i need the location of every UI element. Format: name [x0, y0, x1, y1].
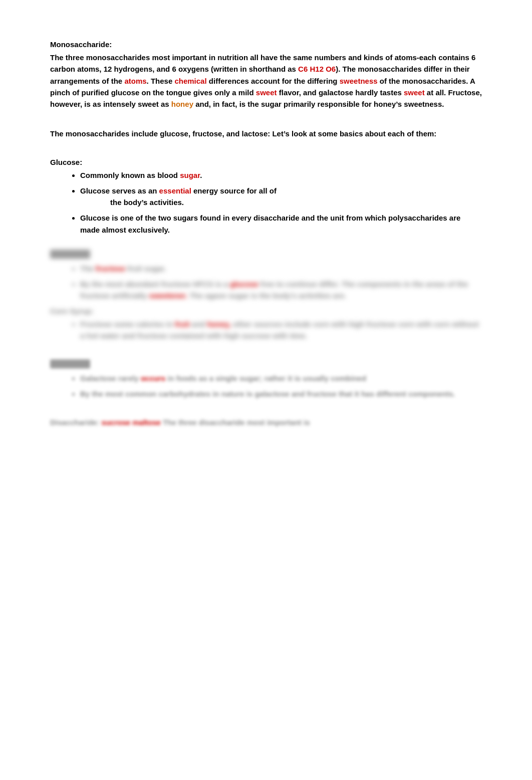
galactose-bullet-1-blurred: Galactose rarely occurs in foods as a si…: [80, 372, 482, 384]
page-content: Monosaccharide: The three monosaccharide…: [50, 40, 482, 427]
intro-list-paragraph: The monosaccharides include glucose, fru…: [50, 128, 482, 139]
galactose-bullet-2-blurred: By the most common carbohydrates in natu…: [80, 388, 482, 400]
para1-text3: . These: [147, 77, 175, 85]
intro-list-section: The monosaccharides include glucose, fru…: [50, 128, 482, 139]
glucose-b1-text2: .: [200, 171, 202, 179]
monosaccharide-section: Monosaccharide: The three monosaccharide…: [50, 40, 482, 110]
sweet1-highlight: sweet: [256, 88, 277, 97]
galactose-section-blurred: Galactose rarely occurs in foods as a si…: [50, 359, 482, 400]
glucose-b3-text: Glucose is one of the two sugars found i…: [80, 214, 460, 234]
para1-text8: and, in fact, is the sugar primarily res…: [193, 100, 444, 108]
disaccharide-rest-blurred: The three disaccharide most important is: [163, 418, 310, 427]
glucose-heading: Glucose:: [50, 158, 482, 166]
para1-text4: differences account for the differing: [207, 77, 340, 85]
fructose-section-blurred: The fructose fruit sugar. By the most ab…: [50, 250, 482, 341]
glucose-section: Glucose: Commonly known as blood sugar. …: [50, 158, 482, 236]
galactose-list-blurred: Galactose rarely occurs in foods as a si…: [80, 372, 482, 400]
sweetness-highlight: sweetness: [340, 77, 378, 85]
disaccharide-line-blurred: Disaccharide: sucrose maltose The three …: [50, 418, 482, 427]
disaccharide-label-blurred: Disaccharide:: [50, 418, 102, 427]
c6h12o6-formula: C6 H12 O6: [298, 65, 336, 73]
fructose-b3-blurred: Fructose some calories in fruit and hone…: [80, 318, 482, 342]
glucose-bullet-2: Glucose serves as an essential energy so…: [80, 185, 482, 209]
glucose-list: Commonly known as blood sugar. Glucose s…: [80, 169, 482, 236]
para1-text6: flavor, and galactose hardly tastes: [277, 88, 404, 97]
fructose-heading-blurred: [50, 250, 90, 259]
glucose-b2-continuation: the body’s activities.: [110, 197, 482, 208]
glucose-b2-text2: energy source for all of: [191, 186, 277, 195]
chemical-highlight: chemical: [174, 77, 206, 85]
fructose-bullet-1-blurred: The fructose fruit sugar.: [80, 263, 482, 274]
disaccharide-text-blurred: sucrose maltose: [102, 418, 163, 427]
galactose-heading-blurred: [50, 359, 90, 368]
essential-highlight: essential: [159, 186, 191, 195]
monosaccharide-heading: Monosaccharide:: [50, 40, 482, 49]
intro-paragraph: The three monosaccharides most important…: [50, 52, 482, 110]
glucose-bullet-3: Glucose is one of the two sugars found i…: [80, 212, 482, 236]
fructose-bullet-3-blurred: Fructose some calories in fruit and hone…: [80, 318, 482, 342]
atoms-highlight: atoms: [124, 77, 146, 85]
fructose-list-blurred: The fructose fruit sugar. By the most ab…: [80, 263, 482, 302]
sugar-highlight: sugar: [180, 171, 200, 179]
glucose-bullet-1: Commonly known as blood sugar.: [80, 169, 482, 181]
honey-highlight: honey: [171, 100, 193, 108]
glucose-b1-text1: Commonly known as blood: [80, 171, 180, 179]
fructose-bullet-2-blurred: By the most abundant fructose HFCS is a …: [80, 278, 482, 302]
glucose-b2-text1: Glucose serves as an: [80, 186, 159, 195]
sweet2-highlight: sweet: [404, 88, 425, 97]
